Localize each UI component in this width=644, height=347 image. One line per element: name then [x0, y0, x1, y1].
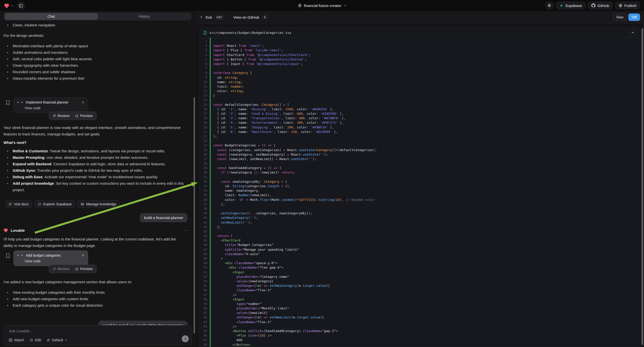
restore-button[interactable]: ↺ Restore	[50, 113, 72, 119]
code-line: 32⌄ const newCategoryObj: Category = {	[200, 180, 640, 184]
lovable-heart-logo[interactable]	[4, 3, 10, 8]
version-card-implement-financial-planner[interactable]: < > Implement financial planner View cod…	[14, 97, 88, 113]
view-on-github-button[interactable]: View on GitHub	[233, 15, 259, 20]
list-item: View existing budget categories with the…	[4, 289, 188, 296]
code-line: 35 limit: Number(newLimit),	[200, 193, 640, 198]
preview-button[interactable]: Preview	[73, 266, 95, 272]
code-line: 48 className="h-auto"	[200, 252, 640, 256]
top-bar: financial-future-creator ⚙ Supabase GitH…	[0, 0, 644, 11]
preview-button[interactable]: Preview	[73, 113, 95, 119]
code-line: 27 const [newLimit, setNewLimit] = React…	[200, 157, 640, 161]
code-line: 8⌄interface Category {	[200, 71, 640, 75]
publish-label: Publish	[624, 4, 636, 8]
manage-knowledge-button[interactable]: Manage knowledge	[78, 200, 120, 208]
supabase-button[interactable]: Supabase	[556, 2, 586, 9]
code-line: 60 placeholder="Monthly limit"	[200, 306, 640, 311]
code-line: 7	[200, 66, 640, 71]
explore-supabase-button[interactable]: Explore Supabase	[34, 200, 75, 208]
code-line: 36 color: '#' + Math.floor(Math.random()…	[200, 198, 640, 202]
back-chevron-icon[interactable]	[200, 16, 203, 19]
diff-toggle-button[interactable]: Diff	[628, 14, 640, 21]
code-line: 41 setNewLimit('');	[200, 220, 640, 225]
external-link-icon	[75, 267, 78, 270]
list-item: GitHub Sync: Transfer your project's cod…	[4, 167, 184, 174]
code-line: 6import { Input } from '@/components/ui/…	[200, 62, 640, 66]
code-line: 13}	[200, 93, 640, 98]
code-line: 46 title="Budget Categories"	[200, 243, 640, 247]
file-card: src/components/budget/BudgetCategories.t…	[200, 28, 640, 347]
code-editor[interactable]: 12import React from 'react';3import { Pl…	[200, 38, 640, 347]
restore-button[interactable]: ↺ Restore	[50, 266, 72, 272]
code-line: 15⌄const defaultCategories: Category[] =…	[200, 102, 640, 107]
code-line: 61 value={newLimit}	[200, 311, 640, 315]
code-line: 2import React from 'react';	[200, 44, 640, 48]
visit-docs-button[interactable]: Visit docs	[6, 200, 32, 208]
list-item: Soft, neutral color palette with light b…	[4, 56, 188, 62]
code-scrollbar[interactable]	[642, 28, 643, 345]
assistant-paragraph: Your sleek financial planner is now read…	[4, 124, 182, 138]
code-line: 3import { Plus } from 'lucide-react';	[200, 48, 640, 52]
code-line: 34 name: newCategory,	[200, 188, 640, 193]
ask-lovable-input[interactable]	[9, 329, 186, 333]
code-line: 5import { Button } from '@/components/ui…	[200, 57, 640, 62]
code-line: 33 id: String(categories.length + 1),	[200, 184, 640, 188]
code-line: 40 setNewCategory('');	[200, 216, 640, 220]
code-icon: < >	[17, 100, 24, 104]
list-item: Expand with Backend: Connect Supabase to…	[4, 161, 184, 167]
assistant-paragraph: I've added a new budget categories manag…	[4, 279, 188, 285]
whats-next-heading: What's next?	[4, 140, 27, 146]
chevron-right-icon[interactable]	[82, 101, 84, 104]
publish-button[interactable]: Publish	[615, 2, 640, 9]
ellipsis-menu-icon[interactable]: ⋯	[184, 228, 188, 232]
code-line: 47 subtitle="Manage your spending limits…	[200, 248, 640, 252]
code-line: 22];	[200, 134, 640, 139]
view-code-link[interactable]: View code	[25, 259, 84, 263]
project-name: financial-future-creator	[304, 4, 341, 8]
code-line: 66 <Plus size={16} />	[200, 333, 640, 338]
package-icon	[81, 202, 84, 206]
code-line: 23	[200, 139, 640, 143]
chevron-up-icon	[631, 31, 634, 34]
design-bullet-list: Minimalist interface with plenty of whit…	[4, 43, 188, 82]
chat-bubble-icon	[38, 202, 41, 206]
bookmark-icon[interactable]	[6, 253, 10, 258]
list-item: Subtle animations and transitions	[4, 49, 188, 56]
code-line: 68 </Button>	[200, 342, 640, 347]
chevron-right-icon[interactable]	[82, 254, 84, 257]
tab-history[interactable]: History	[98, 13, 191, 20]
sidebar-toggle-button[interactable]	[17, 2, 25, 10]
supabase-bolt-icon	[560, 4, 563, 8]
project-title[interactable]: financial-future-creator	[298, 0, 346, 11]
bookmark-icon[interactable]	[6, 100, 10, 105]
tab-chat[interactable]: Chat	[4, 13, 98, 20]
code-line: 45 <ChartCard	[200, 238, 640, 243]
view-code-link[interactable]: View code	[25, 106, 84, 110]
raw-toggle-button[interactable]: Raw	[613, 14, 627, 21]
card-title: Add budget categories	[26, 254, 61, 258]
github-button[interactable]: GitHub	[588, 2, 613, 9]
collapse-file-button[interactable]	[629, 29, 637, 36]
code-line: 14	[200, 98, 640, 102]
send-button[interactable]	[182, 335, 189, 342]
edit-button[interactable]: Edit	[30, 338, 41, 342]
mode-selector[interactable]: Default	[46, 338, 67, 342]
chat-scrollbar[interactable]	[194, 97, 195, 334]
exit-button[interactable]: Exit	[206, 15, 212, 20]
card-title: Implement financial planner	[26, 100, 68, 104]
code-line: 26 const [newCategory, setNewCategory] =…	[200, 152, 640, 157]
diff-added-gutter	[210, 38, 210, 347]
list-item: Each category gets a unique color for vi…	[4, 302, 188, 309]
code-line: 59 type="number"	[200, 302, 640, 306]
code-line: 39 setCategories([...categories, newCate…	[200, 211, 640, 216]
settings-button[interactable]: ⚙	[545, 2, 554, 9]
chevron-down-icon[interactable]	[11, 4, 14, 7]
chat-history-tabs: Chat History	[4, 12, 192, 20]
chevron-down-icon	[65, 339, 67, 341]
g-key-badge: G	[262, 15, 268, 20]
list-item: Add new budget categories with custom li…	[4, 296, 188, 302]
version-card-add-budget-categories[interactable]: < > Add budget categories View code	[14, 250, 88, 266]
file-header[interactable]: src/components/budget/BudgetCategories.t…	[200, 28, 640, 38]
code-line: 62 onChange={(e) => setNewLimit(e.target…	[200, 315, 640, 320]
attach-button[interactable]: Attach	[9, 338, 24, 342]
restore-preview-bar: ↺ Restore Preview	[49, 112, 96, 120]
